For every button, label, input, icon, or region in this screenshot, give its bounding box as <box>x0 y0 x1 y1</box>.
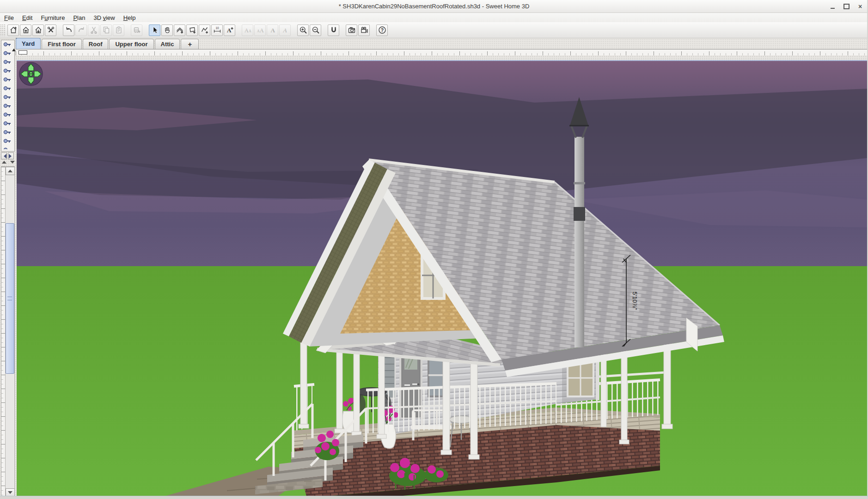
arrow-right-icon <box>9 154 13 158</box>
create-walls-button[interactable] <box>174 24 185 36</box>
help-icon: ? <box>378 26 386 34</box>
zoom-in-icon <box>299 26 307 34</box>
arrow-up-icon <box>12 41 16 51</box>
new-home-icon <box>9 26 18 34</box>
redo-button[interactable] <box>75 24 87 36</box>
vertical-scrollbar[interactable] <box>6 167 14 497</box>
arrow-down-icon <box>10 161 15 164</box>
cut-button[interactable] <box>88 24 99 36</box>
scrollbar-thumb[interactable] <box>6 223 14 374</box>
arrow-left-icon <box>2 154 6 158</box>
paste-icon <box>115 26 123 34</box>
magnetism-button[interactable] <box>328 24 339 36</box>
catalog-item-icons <box>1 42 14 149</box>
plan-vertical-ruler <box>1 167 6 497</box>
paste-button[interactable] <box>113 24 124 36</box>
toolbar-separator <box>322 30 327 30</box>
add-furniture-button[interactable] <box>131 24 142 36</box>
tab-attic[interactable]: Attic <box>155 39 180 49</box>
maximize-icon <box>844 4 850 9</box>
left-collapsed-panes <box>0 38 16 499</box>
magnet-icon <box>330 26 338 34</box>
sweet-home-3d-window: * SH3DKarenCabin29NoBasementRoofRotated.… <box>0 0 868 499</box>
svg-text:A: A <box>270 27 275 34</box>
collapse-left-button[interactable] <box>1 152 7 159</box>
furniture-catalog-strip[interactable] <box>1 40 15 152</box>
new-home-button[interactable] <box>7 24 19 36</box>
create-dimensions-button[interactable]: 10 <box>211 24 223 36</box>
create-rooms-icon <box>188 26 196 34</box>
bold-icon: A <box>269 26 277 34</box>
svg-text:A: A <box>260 27 264 34</box>
split-pane-divider[interactable] <box>1 152 14 159</box>
italic-icon: A <box>281 26 289 34</box>
scroll-up-button[interactable] <box>6 167 15 175</box>
navigation-compass[interactable] <box>19 62 43 85</box>
add-level-tab[interactable]: + <box>181 39 199 49</box>
create-rooms-button[interactable] <box>186 24 198 36</box>
cut-icon <box>90 26 98 34</box>
ruler-origin-indicator <box>18 50 27 55</box>
undo-button[interactable] <box>63 24 74 36</box>
menu-3d-view[interactable]: 3D view <box>89 14 119 22</box>
menu-edit[interactable]: Edit <box>18 14 37 22</box>
save-icon <box>34 26 43 34</box>
select-button[interactable] <box>149 24 160 36</box>
plan-3d-divider[interactable] <box>16 55 868 60</box>
decrease-text-size-button[interactable]: AA <box>242 24 253 36</box>
preferences-icon <box>47 26 55 34</box>
3d-view[interactable]: 5'10⅞" <box>17 60 867 497</box>
toolbar-grip[interactable] <box>0 24 6 36</box>
catalog-scroll-arrows[interactable] <box>12 41 16 49</box>
preferences-button[interactable] <box>45 24 56 36</box>
svg-text:?: ? <box>380 27 383 33</box>
add-texts-button[interactable]: A <box>224 24 235 36</box>
zoom-in-button[interactable] <box>297 24 309 36</box>
redo-icon <box>77 26 86 34</box>
furniture-list-strip <box>1 166 15 497</box>
open-button[interactable] <box>20 24 31 36</box>
copy-button[interactable] <box>100 24 112 36</box>
menu-bar: File Edit Furniture Plan 3D view Help <box>0 13 868 22</box>
svg-text:A: A <box>282 27 287 34</box>
vertical-split-arrows[interactable] <box>2 161 14 164</box>
maximize-button[interactable] <box>843 3 850 10</box>
toolbar-separator <box>291 30 297 30</box>
title-bar[interactable]: * SH3DKarenCabin29NoBasementRoofRotated.… <box>0 0 868 13</box>
tab-roof[interactable]: Roof <box>83 39 109 49</box>
arrow-down-icon <box>8 491 12 494</box>
save-button[interactable] <box>32 24 44 36</box>
increase-text-size-button[interactable]: AA <box>254 24 266 36</box>
svg-text:A: A <box>249 29 251 33</box>
svg-text:A: A <box>245 27 249 34</box>
minimize-button[interactable] <box>829 3 836 10</box>
create-polylines-icon <box>201 26 209 34</box>
menu-furniture[interactable]: Furniture <box>37 14 69 22</box>
create-dimensions-icon: 10 <box>213 26 221 34</box>
arrow-up-icon <box>8 170 12 172</box>
create-polylines-button[interactable] <box>199 24 210 36</box>
create-photo-button[interactable] <box>346 24 357 36</box>
zoom-out-button[interactable] <box>310 24 321 36</box>
toggle-bold-button[interactable]: A <box>267 24 278 36</box>
minimize-icon <box>831 4 835 9</box>
create-video-button[interactable] <box>358 24 370 36</box>
close-icon: × <box>858 4 862 9</box>
toolbar-separator <box>57 30 62 30</box>
undo-icon <box>65 26 73 34</box>
tab-upper-floor[interactable]: Upper floor <box>109 39 153 49</box>
tab-first-floor[interactable]: First floor <box>42 39 82 49</box>
add-furniture-icon <box>133 26 141 34</box>
menu-file[interactable]: File <box>0 14 18 22</box>
pan-hand-icon <box>163 26 171 34</box>
close-button[interactable]: × <box>857 3 863 10</box>
expand-right-button[interactable] <box>8 152 14 159</box>
menu-plan[interactable]: Plan <box>69 14 89 22</box>
video-camera-icon <box>360 26 368 34</box>
copy-icon <box>102 26 110 34</box>
help-button[interactable]: ? <box>376 24 388 36</box>
toggle-italic-button[interactable]: A <box>279 24 291 36</box>
menu-help[interactable]: Help <box>119 14 140 22</box>
tab-yard[interactable]: Yard <box>16 38 41 49</box>
pan-button[interactable] <box>161 24 173 36</box>
